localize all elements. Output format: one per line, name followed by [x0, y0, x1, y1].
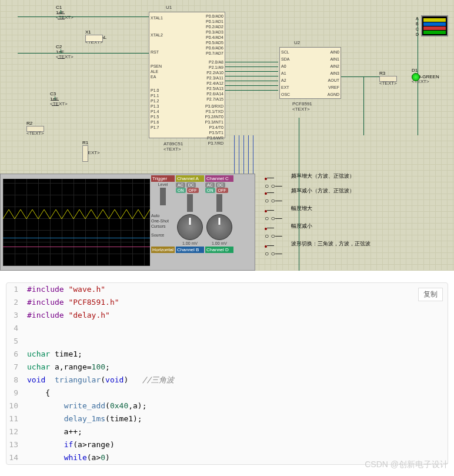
- trigger-label: Trigger: [151, 175, 175, 182]
- ac-btn[interactable]: AC: [176, 182, 185, 188]
- r3-text: <TEXT>: [379, 81, 397, 86]
- u2-ref: U2: [294, 40, 300, 45]
- wave-ch-a: [423, 18, 446, 22]
- push-button[interactable]: —○ ○—: [265, 224, 282, 231]
- code-line: 13 if(a>range): [6, 438, 448, 451]
- resistor-icon: [26, 126, 44, 132]
- btn-label-5: 波形切换：三角波，方波，正弦波: [291, 240, 370, 248]
- level-label: Level: [151, 182, 175, 187]
- code-line: 6uchar time1;: [6, 348, 448, 361]
- capacitor-icon: [50, 96, 62, 108]
- led-icon: [412, 73, 420, 81]
- code-line: 3#include "delay.h": [6, 309, 448, 322]
- wire: [341, 76, 382, 77]
- ch-c-label: Channel C: [205, 175, 233, 182]
- capacitor-icon: [56, 49, 68, 61]
- disp-d: D: [416, 32, 419, 37]
- disp-c: C: [416, 26, 419, 32]
- off-btn-c[interactable]: OFF: [216, 188, 228, 193]
- wire: [225, 71, 278, 72]
- d1-ref: D1: [412, 68, 439, 73]
- off-btn[interactable]: OFF: [187, 188, 199, 193]
- scope-grid: [3, 179, 150, 266]
- code-line: 2#include "PCF8591.h": [6, 296, 448, 309]
- btn-label-1: 频率增大（方波、正弦波）: [291, 172, 355, 180]
- u1-text: <TEXT>: [163, 147, 181, 152]
- code-line: 4: [6, 322, 448, 335]
- capacitor-icon: [56, 10, 68, 22]
- code-line: 5: [6, 335, 448, 348]
- resistor-icon: [379, 76, 397, 82]
- dc-btn-c[interactable]: DC: [216, 182, 225, 188]
- ic-u1: XTAL1 XTAL2 RST PSENALEEAP1.0P1.1P1.2P1.…: [149, 12, 225, 138]
- wire: [18, 53, 153, 54]
- code-line: 11 delay_1ms(time1);: [6, 412, 448, 425]
- wave-ch-d: [423, 31, 446, 34]
- r2-text: <TEXT>: [26, 131, 44, 137]
- btn-label-3: 幅度增大: [291, 205, 312, 212]
- cursors-btn[interactable]: Cursors: [151, 224, 175, 229]
- dc-btn[interactable]: DC: [186, 182, 196, 188]
- reading-a: 1.00: [182, 241, 191, 245]
- u1-ref: U1: [166, 5, 172, 10]
- oneshot-btn[interactable]: One-Shot: [151, 218, 175, 224]
- r1-ref: R1: [82, 140, 100, 145]
- scope-display: [3, 179, 150, 266]
- wave-ch-c: [423, 26, 446, 30]
- u2-val: PCF8591: [292, 101, 312, 106]
- on-btn-c[interactable]: ON: [205, 188, 215, 193]
- oscilloscope-panel[interactable]: Trigger Channel A Channel C Level ACDC O…: [0, 174, 255, 271]
- copy-button[interactable]: 复制: [418, 288, 443, 301]
- pos-slider-a[interactable]: [187, 194, 193, 212]
- push-button[interactable]: —○ ○—: [265, 241, 282, 248]
- wire: [225, 76, 278, 76]
- x1-ref: X1: [85, 29, 106, 35]
- push-button[interactable]: —○ ○—: [265, 174, 282, 181]
- wire: [225, 62, 278, 62]
- ch-a-label: Channel A: [176, 175, 204, 182]
- wire: [299, 118, 299, 271]
- c3-ref: C3: [50, 91, 68, 96]
- r2-ref: R2: [26, 121, 44, 126]
- c2-ref: C2: [56, 44, 74, 49]
- code-block: 复制 1#include "wave.h"2#include "PCF8591.…: [6, 282, 448, 465]
- code-line: 9 {: [6, 387, 448, 400]
- level-slider[interactable]: [160, 188, 166, 205]
- wave-ch-b: [423, 22, 446, 26]
- u2-text: <TEXT>: [292, 107, 310, 112]
- crystal-icon: [85, 35, 103, 42]
- code-line: 10 write_add(0x40,a);: [6, 400, 448, 412]
- scope-waveform-a: [3, 208, 150, 220]
- wire: [225, 66, 278, 67]
- scope-trace-c: [3, 247, 150, 247]
- auto-btn[interactable]: Auto: [151, 213, 175, 218]
- wire: [363, 76, 364, 135]
- u1-val: AT89C51: [163, 141, 183, 147]
- dial-c[interactable]: [206, 214, 232, 240]
- push-button[interactable]: —○ ○—: [265, 188, 282, 195]
- dial-a[interactable]: [177, 214, 203, 240]
- source-label: Source: [151, 232, 175, 238]
- disp-b: B: [416, 21, 419, 26]
- r3-ref: R3: [379, 71, 397, 76]
- ac-btn-c[interactable]: AC: [205, 182, 215, 188]
- ic-u2: SCLSDAA0A1A2EXTOSC AIN0AIN1AIN2AIN3AOUTV…: [279, 47, 341, 99]
- code-line: 7uchar a,range=100;: [6, 361, 448, 374]
- code-line: 1#include "wave.h": [6, 283, 448, 296]
- wire: [253, 135, 253, 177]
- pos-slider-c[interactable]: [216, 194, 222, 212]
- scope-trace-b: [3, 238, 150, 238]
- on-btn[interactable]: ON: [176, 188, 186, 193]
- schematic-canvas[interactable]: C1 1nF <TEXT> X1 CRYSTAL <TEXT> C2 1nF <…: [0, 0, 454, 271]
- code-line: 12 a++;: [6, 425, 448, 438]
- watermark: CSDN @创新电子设计: [365, 460, 448, 470]
- wire: [225, 90, 278, 91]
- disp-a: A: [416, 16, 419, 21]
- c1-ref: C1: [56, 5, 74, 10]
- wire: [225, 85, 278, 86]
- wire: [225, 81, 278, 81]
- scope-controls: Trigger Channel A Channel C Level ACDC O…: [150, 174, 255, 270]
- resistor-icon: [82, 145, 88, 162]
- push-button[interactable]: —○ ○—: [265, 206, 282, 213]
- oscilloscope-display-icon[interactable]: [421, 15, 448, 36]
